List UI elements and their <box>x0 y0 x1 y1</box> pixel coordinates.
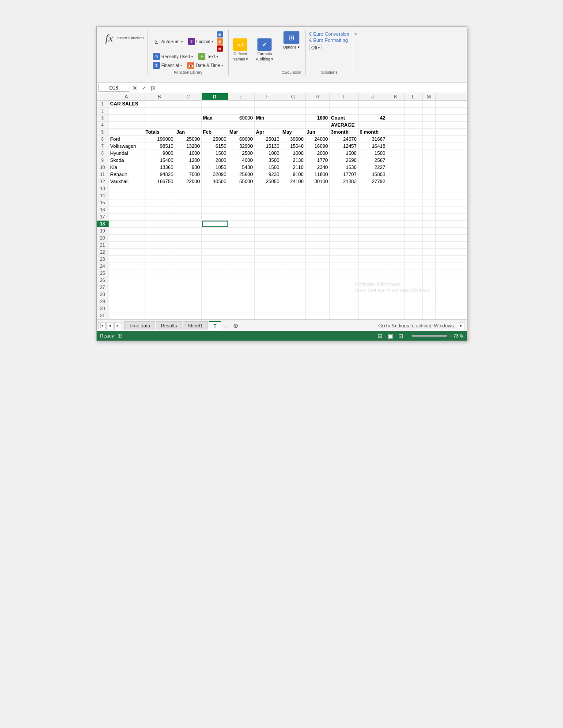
cell-H14[interactable] <box>306 192 330 199</box>
cell-J21[interactable] <box>359 242 387 248</box>
cell-C31[interactable] <box>175 312 202 319</box>
cell-B23[interactable] <box>144 256 175 263</box>
cell-J11[interactable]: 15803 <box>359 171 387 178</box>
page-layout-icon[interactable]: ▣ <box>386 332 394 340</box>
cell-B26[interactable] <box>144 277 175 284</box>
cell-J18[interactable] <box>359 221 387 227</box>
cell-E3[interactable]: 60000 <box>228 115 255 121</box>
cell-E31[interactable] <box>228 312 255 319</box>
cell-E14[interactable] <box>228 192 255 199</box>
cell-J5[interactable]: 6 month <box>359 129 387 135</box>
cell-D9[interactable]: 2800 <box>202 157 228 164</box>
cell-H10[interactable]: 2340 <box>306 164 330 171</box>
cell-K14[interactable] <box>387 192 405 199</box>
cell-K19[interactable] <box>387 228 405 234</box>
cell-B7[interactable]: 98510 <box>144 143 175 150</box>
cell-I25[interactable] <box>330 270 359 277</box>
cell-H24[interactable] <box>306 263 330 270</box>
cell-D7[interactable]: 6150 <box>202 143 228 150</box>
cell-L7[interactable] <box>405 143 423 150</box>
cell-D27[interactable] <box>202 284 228 291</box>
cell-C23[interactable] <box>175 256 202 263</box>
cell-J31[interactable] <box>359 312 387 319</box>
cell-E9[interactable]: 4000 <box>228 157 255 164</box>
cell-K20[interactable] <box>387 235 405 241</box>
euro-conversion-row[interactable]: € Euro Conversion <box>309 31 349 37</box>
cell-A6[interactable]: Ford <box>109 136 144 143</box>
cell-K30[interactable] <box>387 305 405 312</box>
cell-K4[interactable] <box>387 122 405 128</box>
cell-H29[interactable] <box>306 298 330 305</box>
cell-C5[interactable]: Jan <box>175 129 202 135</box>
cell-M25[interactable] <box>423 270 436 277</box>
cancel-icon[interactable]: ✕ <box>131 84 139 92</box>
cell-F14[interactable] <box>255 192 281 199</box>
cell-C14[interactable] <box>175 192 202 199</box>
formula-input[interactable] <box>159 84 465 91</box>
zoom-slider[interactable]: − + 73% <box>407 333 463 338</box>
cell-L29[interactable] <box>405 298 423 305</box>
cell-L10[interactable] <box>405 164 423 171</box>
cell-M31[interactable] <box>423 312 436 319</box>
cell-H2[interactable] <box>306 108 330 114</box>
cell-B9[interactable]: 15400 <box>144 157 175 164</box>
cell-E13[interactable] <box>228 185 255 192</box>
cell-J8[interactable]: 1500 <box>359 150 387 157</box>
cell-K27[interactable] <box>387 284 405 291</box>
cell-E25[interactable] <box>228 270 255 277</box>
cell-H22[interactable] <box>306 249 330 255</box>
cell-G1[interactable] <box>281 101 306 107</box>
cell-I7[interactable]: 12457 <box>330 143 359 150</box>
cell-K2[interactable] <box>387 108 405 114</box>
cell-I31[interactable] <box>330 312 359 319</box>
defined-names-label[interactable]: DefinedNames ▾ <box>232 52 248 62</box>
fx-large-icon[interactable]: fx <box>104 31 115 45</box>
cell-D6[interactable]: 25000 <box>202 136 228 143</box>
cell-H3[interactable]: 1000 <box>306 115 330 121</box>
cell-C6[interactable]: 25090 <box>175 136 202 143</box>
text-button[interactable]: A Text ▾ <box>196 53 219 60</box>
cell-A2[interactable] <box>109 108 144 114</box>
cell-E12[interactable]: 55000 <box>228 178 255 185</box>
cell-C1[interactable] <box>175 101 202 107</box>
cell-C19[interactable] <box>175 228 202 234</box>
cell-H26[interactable] <box>306 277 330 284</box>
cell-M20[interactable] <box>423 235 436 241</box>
cell-B14[interactable] <box>144 192 175 199</box>
cell-B30[interactable] <box>144 305 175 312</box>
tab-results[interactable]: Results <box>156 321 182 330</box>
cell-I11[interactable]: 17707 <box>330 171 359 178</box>
cell-G5[interactable]: May <box>281 129 306 135</box>
cell-A11[interactable]: Renault <box>109 171 144 178</box>
cell-J10[interactable]: 2227 <box>359 164 387 171</box>
col-header-b[interactable]: B <box>144 93 175 100</box>
cell-G21[interactable] <box>281 242 306 248</box>
cell-A29[interactable] <box>109 298 144 305</box>
cell-D14[interactable] <box>202 192 228 199</box>
col-header-h[interactable]: H <box>306 93 330 100</box>
cell-M24[interactable] <box>423 263 436 270</box>
cell-H7[interactable]: 16090 <box>306 143 330 150</box>
cell-I27[interactable] <box>330 284 359 291</box>
cell-I2[interactable] <box>330 108 359 114</box>
cell-I24[interactable] <box>330 263 359 270</box>
cell-H20[interactable] <box>306 235 330 241</box>
cell-B31[interactable] <box>144 312 175 319</box>
cell-C25[interactable] <box>175 270 202 277</box>
cell-K18[interactable] <box>387 221 405 227</box>
cell-C9[interactable]: 1200 <box>175 157 202 164</box>
cell-L9[interactable] <box>405 157 423 164</box>
recently-used-button[interactable]: ◷ Recently Used ▾ <box>151 53 195 60</box>
cell-F21[interactable] <box>255 242 281 248</box>
cell-K17[interactable] <box>387 214 405 220</box>
cell-J25[interactable] <box>359 270 387 277</box>
cell-C7[interactable]: 13200 <box>175 143 202 150</box>
cell-G12[interactable]: 24100 <box>281 178 306 185</box>
cell-E26[interactable] <box>228 277 255 284</box>
cell-C10[interactable]: 930 <box>175 164 202 171</box>
cell-E18[interactable] <box>228 221 255 227</box>
cell-I29[interactable] <box>330 298 359 305</box>
cell-A24[interactable] <box>109 263 144 270</box>
cell-F8[interactable]: 1000 <box>255 150 281 157</box>
cell-G24[interactable] <box>281 263 306 270</box>
